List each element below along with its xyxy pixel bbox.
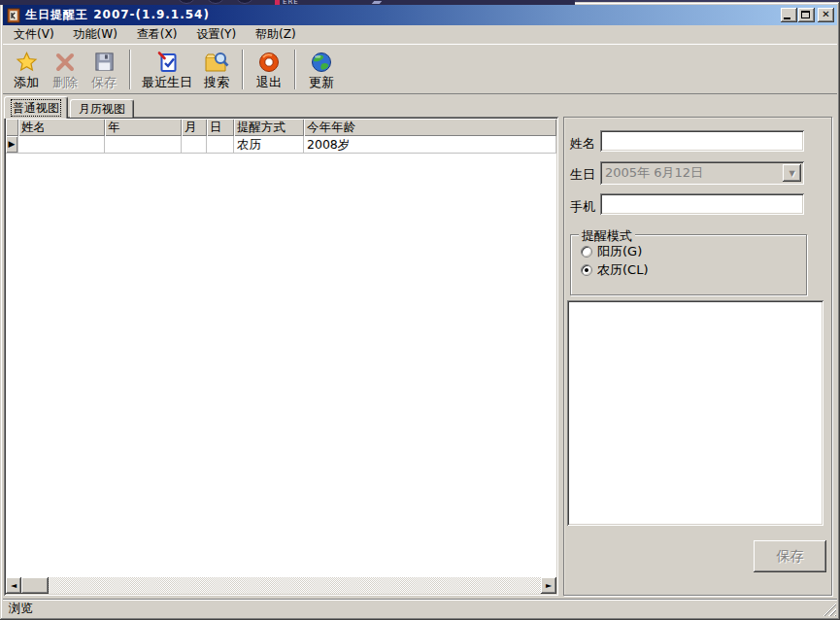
recent-birthday-button[interactable]: 最近生日 — [137, 47, 197, 92]
grid-empty-area — [6, 154, 556, 577]
cell-name[interactable] — [18, 136, 105, 154]
add-button[interactable]: 添加 — [7, 47, 46, 92]
background-slash-icon — [372, 1, 383, 4]
cell-year[interactable] — [105, 136, 182, 154]
radio-icon — [581, 246, 592, 258]
dropdown-button[interactable]: ▼ — [783, 164, 801, 182]
phone-field[interactable] — [600, 193, 804, 215]
grid-header-name[interactable]: 姓名 — [18, 119, 105, 136]
delete-label: 删除 — [52, 75, 78, 90]
background-circle-icon — [235, 0, 254, 4]
background-window-fragment: ERE — [0, 0, 575, 5]
radio-lunar[interactable]: 农历(CL) — [581, 262, 648, 278]
table-row[interactable]: ▶ 农历 2008岁 — [6, 136, 556, 154]
maximize-button[interactable] — [798, 8, 815, 22]
background-fragment-text: ERE — [283, 0, 299, 5]
remind-mode-group: 提醒模式 阳历(G) 农历(CL) — [570, 234, 807, 295]
statusbar: 浏览 — [3, 599, 837, 617]
close-icon: ✕ — [818, 8, 834, 21]
search-label: 搜索 — [204, 75, 229, 90]
tab-calendar-view-label: 月历视图 — [79, 102, 125, 116]
app-icon — [6, 8, 21, 23]
update-label: 更新 — [309, 75, 334, 90]
add-label: 添加 — [14, 75, 39, 90]
checklist-icon — [155, 50, 180, 74]
current-row-marker-icon: ▶ — [9, 140, 16, 149]
window-controls: ✕ — [780, 8, 834, 22]
radio-solar[interactable]: 阳历(G) — [581, 244, 642, 259]
tab-normal-view[interactable]: 普通视图 — [4, 96, 68, 119]
scroll-right-icon: ► — [546, 581, 552, 590]
cell-month[interactable] — [182, 136, 207, 154]
recent-birthday-label: 最近生日 — [142, 75, 192, 90]
star-icon — [15, 50, 39, 74]
cell-day[interactable] — [207, 136, 234, 154]
cell-remind-mode[interactable]: 农历 — [234, 136, 304, 154]
grid-header-day[interactable]: 日 — [207, 119, 234, 136]
toolbar-separator — [242, 50, 244, 89]
resize-grip[interactable] — [823, 603, 836, 616]
birthday-value: 2005年 6月12日 — [600, 164, 783, 182]
menu-view[interactable]: 查看(X) — [130, 24, 185, 45]
close-button[interactable]: ✕ — [818, 8, 834, 22]
radio-solar-label: 阳历(G) — [597, 243, 642, 260]
titlebar[interactable]: 生日提醒王 2007-(1.9.1.54) ✕ — [3, 5, 837, 25]
minimize-icon — [784, 17, 790, 19]
menubar: 文件(V) 功能(W) 查看(X) 设置(Y) 帮助(Z) — [3, 25, 837, 44]
grid-header-age[interactable]: 今年年龄 — [304, 119, 556, 136]
grid-header-month[interactable]: 月 — [182, 119, 207, 136]
exit-button[interactable]: 退出 — [250, 47, 288, 92]
scrollbar-thumb[interactable] — [21, 577, 49, 594]
background-circle-icon — [206, 0, 225, 4]
notes-listbox[interactable] — [567, 300, 823, 526]
birthday-grid: 姓名 年 月 日 提醒方式 今年年龄 ▶ 农历 2008岁 ◄ — [4, 117, 558, 596]
tab-calendar-view[interactable]: 月历视图 — [70, 99, 134, 118]
scroll-right-button[interactable]: ► — [541, 577, 556, 594]
status-text: 浏览 — [9, 601, 33, 617]
grid-header-selector — [6, 119, 18, 136]
birthday-label: 生日 — [570, 166, 595, 184]
horizontal-scrollbar[interactable]: ◄ ► — [6, 577, 556, 594]
delete-x-icon — [53, 50, 77, 74]
menu-settings[interactable]: 设置(Y) — [189, 24, 243, 45]
app-window: 生日提醒王 2007-(1.9.1.54) ✕ 文件(V) 功能(W) 查看(X… — [0, 2, 840, 620]
grid-header-remind-mode[interactable]: 提醒方式 — [234, 119, 304, 136]
edit-panel: 姓名 生日 2005年 6月12日 ▼ 手机 提醒模式 阳历(G) 农历(CL) — [563, 117, 832, 596]
save-button-label: 保存 — [777, 548, 804, 566]
birthday-dropdown[interactable]: 2005年 6月12日 ▼ — [600, 161, 804, 185]
menu-file[interactable]: 文件(V) — [7, 24, 61, 45]
grid-header-row: 姓名 年 月 日 提醒方式 今年年龄 — [6, 119, 556, 136]
tab-normal-view-label: 普通视图 — [13, 101, 59, 115]
phone-label: 手机 — [570, 198, 595, 216]
save-toolbar-button[interactable]: 保存 — [84, 47, 123, 92]
minimize-button[interactable] — [781, 8, 797, 22]
delete-button[interactable]: 删除 — [46, 47, 84, 92]
exit-label: 退出 — [256, 75, 282, 90]
update-button[interactable]: 更新 — [302, 47, 341, 92]
grid-header-year[interactable]: 年 — [105, 119, 182, 136]
name-field[interactable] — [600, 130, 804, 152]
scroll-left-icon: ◄ — [11, 581, 17, 590]
floppy-icon — [93, 50, 116, 74]
menu-functions[interactable]: 功能(W) — [67, 24, 124, 45]
exit-ring-icon — [257, 50, 281, 74]
radio-checked-icon — [581, 264, 592, 276]
chevron-down-icon: ▼ — [789, 169, 794, 178]
window-title: 生日提醒王 2007-(1.9.1.54) — [25, 7, 210, 23]
view-tabs: 普通视图 月历视图 — [4, 95, 136, 118]
search-button[interactable]: 搜索 — [197, 47, 236, 92]
row-selector-cell[interactable]: ▶ — [6, 136, 18, 154]
save-button[interactable]: 保存 — [754, 540, 826, 572]
cell-age[interactable]: 2008岁 — [304, 136, 556, 154]
scrollbar-track[interactable] — [49, 577, 541, 594]
radio-lunar-label: 农历(CL) — [597, 261, 648, 279]
toolbar-separator — [294, 50, 296, 89]
save-toolbar-label: 保存 — [91, 75, 117, 90]
scroll-left-button[interactable]: ◄ — [6, 577, 21, 594]
screen: ERE 生日提醒王 2007-(1.9.1.54) ✕ 文件(V) 功能(W — [0, 0, 840, 620]
globe-icon — [310, 50, 333, 74]
menu-help[interactable]: 帮助(Z) — [249, 24, 303, 45]
folder-search-icon — [204, 50, 230, 74]
background-circle-icon — [177, 0, 196, 4]
name-label: 姓名 — [570, 135, 595, 153]
